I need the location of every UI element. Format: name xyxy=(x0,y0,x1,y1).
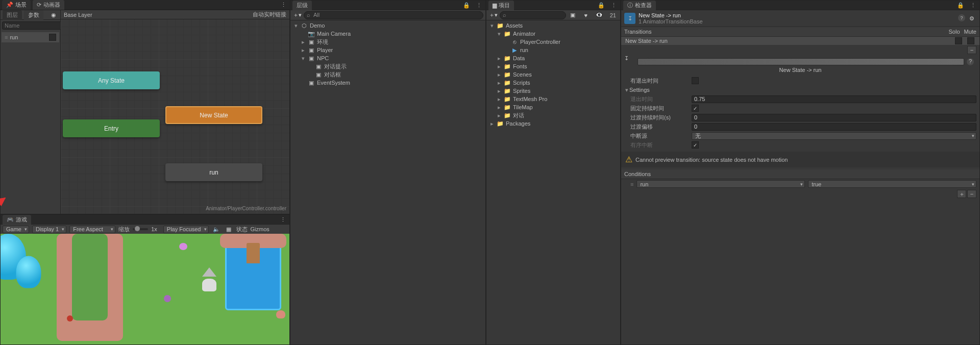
animator-path-label: Animator/PlayerController.controller xyxy=(206,206,286,214)
has-exit-time-row: 有退出时间 xyxy=(621,76,979,85)
lock-icon[interactable]: 🔒 xyxy=(956,1,965,9)
exit-time-input[interactable] xyxy=(692,95,976,103)
lock-icon[interactable]: 🔒 xyxy=(462,1,471,9)
project-tree[interactable]: ▾📁Assets▾📁Animator⎋PlayerController▶run▸… xyxy=(486,20,620,344)
stats-label[interactable]: 状态 xyxy=(236,226,248,233)
item-label: NPC xyxy=(317,55,329,61)
item-label: TileMap xyxy=(513,104,533,110)
favorite-icon[interactable]: ♥ xyxy=(581,11,591,19)
transition-duration-input[interactable] xyxy=(692,114,976,121)
chevron-down-icon: ▾ xyxy=(624,87,629,93)
tab-hierarchy[interactable]: 层级 xyxy=(292,1,312,10)
transition-list-item[interactable]: New State -> run xyxy=(621,37,979,45)
hierarchy-item[interactable]: ▸▣环境 xyxy=(290,38,485,46)
transition-timeline[interactable] xyxy=(638,58,964,65)
asset-icon: 📁 xyxy=(504,80,511,86)
lock-icon[interactable]: 🔒 xyxy=(597,1,606,9)
hierarchy-item[interactable]: ▣对话提示 xyxy=(290,62,485,70)
project-item[interactable]: ▾📁Animator xyxy=(486,30,620,38)
more-icon[interactable]: ⋮ xyxy=(968,1,977,9)
stats-icon[interactable]: ▦ xyxy=(224,225,233,233)
hidden-icon[interactable]: 👁‍🗨 xyxy=(595,11,604,19)
help-icon[interactable]: ? xyxy=(958,14,965,21)
add-gameobject-button[interactable]: ＋▾ xyxy=(292,11,302,19)
transition-offset-input[interactable] xyxy=(692,123,976,131)
project-item[interactable]: ▸📁Sprites xyxy=(486,87,620,95)
tab-scene[interactable]: 📌场景 xyxy=(2,0,31,10)
animator-graph[interactable]: Base Layer 自动实时链接 Any State Entry xyxy=(61,10,289,214)
chevron-icon: ▸ xyxy=(497,80,502,86)
chevron-icon: ▸ xyxy=(497,88,502,94)
param-run-checkbox[interactable] xyxy=(49,34,56,41)
tab-animator[interactable]: ⟳动画器 xyxy=(33,0,64,10)
filter-icon[interactable]: ▣ xyxy=(568,11,577,19)
hierarchy-item[interactable]: ▾⬡Demo xyxy=(290,21,485,30)
project-item[interactable]: ▸📁Packages xyxy=(486,119,620,128)
state-any[interactable]: Any State xyxy=(63,71,160,89)
more-icon[interactable]: ⋮ xyxy=(474,1,483,9)
more-icon[interactable]: ⋮ xyxy=(278,215,287,224)
remove-condition-button[interactable]: − xyxy=(967,190,976,198)
hierarchy-item[interactable]: ▣EventSystem xyxy=(290,79,485,87)
project-item[interactable]: ▾📁Assets xyxy=(486,21,620,30)
item-label: Data xyxy=(513,55,525,61)
param-row-run[interactable]: ≡run xyxy=(2,32,59,42)
asset-icon: 📁 xyxy=(497,22,504,29)
hierarchy-item[interactable]: 📷Main Camera xyxy=(290,30,485,38)
state-run[interactable]: run xyxy=(165,163,262,181)
project-item[interactable]: ▸📁TextMesh Pro xyxy=(486,95,620,103)
settings-foldout[interactable]: ▾ Settings xyxy=(621,85,979,94)
tab-inspector[interactable]: ⓘ检查器 xyxy=(623,1,656,10)
hierarchy-item[interactable]: ▸▣Player xyxy=(290,46,485,54)
object-icon: ▣ xyxy=(308,55,315,62)
project-item[interactable]: ▶run xyxy=(486,46,620,54)
scale-slider[interactable] xyxy=(133,228,148,230)
eye-icon[interactable]: ◉ xyxy=(49,11,58,19)
tab-project[interactable]: ▆项目 xyxy=(488,1,514,10)
display-dropdown[interactable]: Display 1 xyxy=(32,226,66,233)
asset-icon: ⎋ xyxy=(511,39,518,45)
state-entry[interactable]: Entry xyxy=(63,119,160,137)
has-exit-time-checkbox[interactable] xyxy=(692,77,699,84)
add-condition-button[interactable]: ＋ xyxy=(957,190,966,198)
project-item[interactable]: ⎋PlayerController xyxy=(486,38,620,46)
project-item[interactable]: ▸📁Fonts xyxy=(486,62,620,70)
remove-transition-button[interactable]: − xyxy=(967,46,976,54)
condition-param-dropdown[interactable]: run xyxy=(636,180,805,188)
tab-game[interactable]: 🎮游戏 xyxy=(3,215,31,225)
state-new[interactable]: New State xyxy=(165,106,262,124)
game-viewport[interactable] xyxy=(1,234,289,344)
condition-value-dropdown[interactable]: true xyxy=(808,180,976,188)
breadcrumb-base-layer[interactable]: Base Layer xyxy=(64,12,92,18)
hierarchy-item[interactable]: ▾▣NPC xyxy=(290,54,485,62)
tab-layers[interactable]: 图层 xyxy=(3,10,22,20)
project-item[interactable]: ▸📁Scripts xyxy=(486,79,620,87)
solo-checkbox[interactable] xyxy=(955,37,962,44)
conditions-header: Conditions xyxy=(621,169,979,179)
project-item[interactable]: ▸📁Scenes xyxy=(486,70,620,79)
project-item[interactable]: ▸📁TileMap xyxy=(486,103,620,111)
auto-live-link-label[interactable]: 自动实时链接 xyxy=(253,11,286,18)
more-icon[interactable]: ⋮ xyxy=(279,1,288,9)
mute-icon[interactable]: 🔈 xyxy=(212,225,221,233)
project-item[interactable]: ▸📁对话 xyxy=(486,111,620,119)
aspect-dropdown[interactable]: Free Aspect xyxy=(69,226,115,233)
interruption-source-dropdown[interactable]: 无 xyxy=(692,132,976,140)
hierarchy-search-input[interactable]: All xyxy=(304,11,483,19)
fixed-duration-checkbox[interactable] xyxy=(692,105,699,112)
game-renderer-dropdown[interactable]: Game xyxy=(3,226,29,233)
project-search-input[interactable] xyxy=(500,11,566,19)
more-icon[interactable]: ⋮ xyxy=(609,1,618,9)
play-focused-dropdown[interactable]: Play Focused xyxy=(163,226,209,233)
tab-params[interactable]: 参数 xyxy=(24,10,43,20)
gizmos-label[interactable]: Gizmos xyxy=(251,226,270,232)
condition-row[interactable]: ≡ run true xyxy=(621,179,979,189)
mute-checkbox[interactable] xyxy=(967,37,974,44)
project-item[interactable]: ▸📁Data xyxy=(486,54,620,62)
preset-icon[interactable]: ⚙ xyxy=(967,14,976,22)
scale-label: 缩放 xyxy=(118,226,130,233)
hierarchy-item[interactable]: ▣对话框 xyxy=(290,70,485,79)
add-asset-button[interactable]: ＋▾ xyxy=(488,11,498,19)
chevron-icon: ▸ xyxy=(497,96,502,103)
hierarchy-tree[interactable]: ▾⬡Demo📷Main Camera▸▣环境▸▣Player▾▣NPC▣对话提示… xyxy=(290,20,485,344)
